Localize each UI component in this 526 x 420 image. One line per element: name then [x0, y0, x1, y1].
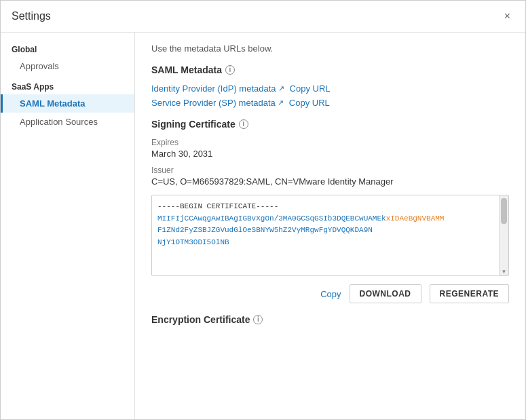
main-content: Use the metadata URLs below. SAML Metada… [135, 33, 525, 419]
signing-certificate-section: Signing Certificate i Expires March 30, … [151, 119, 509, 303]
sidebar-item-saml-metadata[interactable]: SAML Metadata [1, 94, 134, 113]
saml-metadata-section-title: SAML Metadata i [151, 64, 509, 75]
cert-expires-value: March 30, 2031 [151, 149, 509, 159]
cert-text-box: -----BEGIN CERTIFICATE----- MIIFIjCCAwqg… [151, 195, 509, 276]
cert-actions: Copy DOWNLOAD REGENERATE [151, 284, 509, 303]
idp-metadata-row: Identity Provider (IdP) metadata ↗ Copy … [151, 83, 509, 94]
cert-issuer-field: Issuer C=US, O=M665937829:SAML, CN=VMwar… [151, 166, 509, 187]
sp-metadata-row: Service Provider (SP) metadata ↗ Copy UR… [151, 98, 509, 108]
sidebar-section-saas-apps: SaaS Apps [1, 75, 134, 94]
idp-metadata-link[interactable]: Identity Provider (IdP) metadata ↗ [151, 83, 284, 94]
sidebar: Global Approvals SaaS Apps SAML Metadata… [1, 33, 135, 419]
cert-text-content[interactable]: -----BEGIN CERTIFICATE----- MIIFIjCCAwqg… [152, 195, 508, 275]
sidebar-item-application-sources[interactable]: Application Sources [1, 113, 134, 131]
cert-download-button[interactable]: DOWNLOAD [350, 284, 421, 303]
settings-modal: Settings × Global Approvals SaaS Apps SA… [0, 0, 526, 420]
close-button[interactable]: × [500, 9, 514, 24]
modal-body: Global Approvals SaaS Apps SAML Metadata… [1, 33, 525, 419]
signing-cert-info-icon[interactable]: i [239, 119, 248, 129]
idp-external-link-icon: ↗ [278, 84, 284, 93]
encryption-certificate-section: Encryption Certificate i [151, 314, 509, 325]
sidebar-item-approvals[interactable]: Approvals [1, 57, 134, 75]
cert-copy-link[interactable]: Copy [320, 289, 341, 299]
cert-line-1: -----BEGIN CERTIFICATE----- [157, 201, 496, 213]
sidebar-section-global: Global [1, 38, 134, 57]
intro-text: Use the metadata URLs below. [151, 43, 509, 54]
saml-metadata-info-icon[interactable]: i [225, 65, 235, 75]
cert-issuer-label: Issuer [151, 166, 509, 175]
scrollbar-thumb[interactable] [501, 198, 507, 224]
idp-copy-url-link[interactable]: Copy URL [290, 83, 331, 94]
modal-header: Settings × [1, 1, 525, 33]
metadata-links: Identity Provider (IdP) metadata ↗ Copy … [151, 83, 509, 108]
sp-metadata-link[interactable]: Service Provider (SP) metadata ↗ [151, 98, 284, 108]
cert-line-3: F1ZNd2FyZSBJZGVudGlOeSBNYW5hZ2VyMRgwFgYD… [157, 225, 496, 237]
cert-scrollbar[interactable]: ▲ ▼ [499, 195, 508, 275]
cert-issuer-value: C=US, O=M665937829:SAML, CN=VMware Ident… [151, 176, 509, 187]
cert-line-2: MIIFIjCCAwqgAwIBAgIGBvXgOn/3MA0GCSqGSIb3… [157, 213, 496, 225]
sp-external-link-icon: ↗ [278, 98, 284, 107]
sp-copy-url-link[interactable]: Copy URL [289, 98, 330, 108]
encryption-certificate-title: Encryption Certificate i [151, 314, 509, 325]
signing-certificate-title: Signing Certificate i [151, 119, 509, 130]
cert-expires-field: Expires March 30, 2031 [151, 138, 509, 159]
scrollbar-arrow-down[interactable]: ▼ [500, 267, 508, 275]
cert-regenerate-button[interactable]: REGENERATE [430, 284, 509, 303]
cert-expires-label: Expires [151, 138, 509, 147]
cert-line-4: NjY1OTM3ODI5OlNB [157, 237, 496, 249]
modal-title: Settings [12, 10, 51, 22]
encryption-cert-info-icon[interactable]: i [253, 315, 263, 324]
